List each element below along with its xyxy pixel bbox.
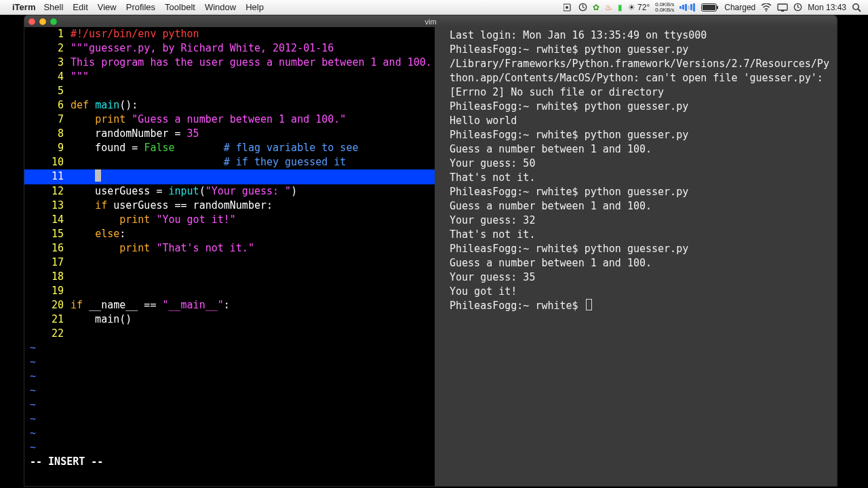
menu-profiles[interactable]: Profiles: [126, 2, 155, 12]
flame-icon[interactable]: ♨: [605, 3, 612, 12]
timemachine-icon[interactable]: [793, 3, 802, 12]
code-content: """guesser.py, by Richard White, 2012-01…: [71, 41, 435, 56]
shell-line: PhileasFogg:~ rwhite$: [450, 299, 834, 313]
shell-line: /Library/Frameworks/Python.framework/Ver…: [450, 57, 834, 100]
code-line[interactable]: 18: [24, 270, 435, 284]
network-speed[interactable]: 0.0KB/s 0.0KB/s: [655, 2, 674, 13]
code-content: def main():: [71, 98, 435, 113]
shell-line: PhileasFogg:~ rwhite$ python guesser.py: [450, 185, 834, 199]
zoom-button[interactable]: [50, 18, 57, 25]
code-line[interactable]: 11: [24, 169, 435, 184]
code-line[interactable]: 14 print "You got it!": [24, 213, 435, 227]
code-line[interactable]: 21 main(): [24, 312, 435, 327]
network-bars-icon[interactable]: [679, 3, 696, 12]
line-number: 12: [24, 184, 71, 199]
code-line[interactable]: 17: [24, 256, 435, 270]
shell-line: Last login: Mon Jan 16 13:35:49 on ttys0…: [450, 28, 834, 43]
window-title: vim: [24, 18, 837, 26]
line-number: 5: [24, 84, 71, 98]
shell-line: Guess a number between 1 and 100.: [450, 142, 834, 157]
code-content: [71, 256, 435, 270]
sync-icon[interactable]: [578, 3, 587, 12]
spotlight-icon[interactable]: [852, 3, 861, 12]
code-line[interactable]: 7 print "Guess a number between 1 and 10…: [24, 113, 435, 127]
svg-rect-4: [703, 5, 715, 10]
vim-editor-pane[interactable]: 1#!/usr/bin/env python2"""guesser.py, by…: [24, 27, 435, 486]
vim-empty-line: ~: [24, 441, 435, 455]
weather-widget[interactable]: ☀ 72°: [628, 3, 650, 12]
code-line[interactable]: 22: [24, 327, 435, 341]
code-content: print "Guess a number between 1 and 100.…: [71, 113, 435, 127]
svg-rect-7: [778, 4, 787, 10]
line-number: 2: [24, 41, 71, 56]
shell-line: Guess a number between 1 and 100.: [450, 256, 834, 270]
wifi-icon[interactable]: [761, 3, 772, 12]
close-button[interactable]: [28, 18, 35, 25]
shell-line: You got it!: [450, 285, 834, 299]
code-line[interactable]: 13 if userGuess == randomNumber:: [24, 199, 435, 213]
menu-toolbelt[interactable]: Toolbelt: [165, 2, 195, 12]
code-line[interactable]: 4""": [24, 70, 435, 84]
shell-line: Guess a number between 1 and 100.: [450, 199, 834, 214]
menu-help[interactable]: Help: [245, 2, 264, 12]
shell-line: PhileasFogg:~ rwhite$ python guesser.py: [450, 43, 834, 57]
line-number: 20: [24, 298, 71, 312]
battery-icon[interactable]: [701, 3, 719, 12]
shell-line: Your guess: 50: [450, 157, 834, 171]
line-number: 6: [24, 98, 71, 113]
code-content: This program has the user guess a number…: [71, 56, 435, 70]
svg-rect-5: [717, 5, 718, 9]
battery-widget-icon[interactable]: ▮: [618, 3, 623, 12]
display-icon[interactable]: [777, 3, 788, 12]
code-content: userGuess = input("Your guess: "): [71, 184, 435, 199]
line-number: 10: [24, 155, 71, 169]
line-number: 22: [24, 327, 71, 341]
code-line[interactable]: 10 # if they guessed it: [24, 155, 435, 169]
menu-window[interactable]: Window: [205, 2, 236, 12]
code-content: [71, 270, 435, 284]
code-line[interactable]: 12 userGuess = input("Your guess: "): [24, 184, 435, 199]
svg-rect-8: [781, 10, 784, 12]
shell-line: That's not it.: [450, 228, 834, 242]
shell-pane[interactable]: Last login: Mon Jan 16 13:35:49 on ttys0…: [447, 27, 837, 486]
menu-view[interactable]: View: [98, 2, 117, 12]
code-content: main(): [71, 312, 435, 327]
code-line[interactable]: 3This program has the user guess a numbe…: [24, 56, 435, 70]
code-line[interactable]: 15 else:: [24, 227, 435, 241]
line-number: 14: [24, 213, 71, 227]
code-line[interactable]: 6def main():: [24, 98, 435, 113]
svg-point-1: [566, 6, 568, 9]
vim-empty-line: ~: [24, 398, 435, 412]
code-line[interactable]: 5: [24, 84, 435, 98]
menu-shell[interactable]: Shell: [43, 2, 63, 12]
code-line[interactable]: 8 randomNumber = 35: [24, 127, 435, 141]
code-line[interactable]: 16 print "That's not it.": [24, 241, 435, 256]
pane-divider[interactable]: [435, 27, 447, 486]
menu-edit[interactable]: Edit: [73, 2, 87, 12]
vim-empty-line: ~: [24, 384, 435, 398]
leaf-icon[interactable]: ✿: [593, 3, 599, 12]
screenrec-icon[interactable]: [564, 3, 573, 12]
vim-status-line: -- INSERT --: [24, 455, 435, 469]
shell-line: Your guess: 35: [450, 270, 834, 285]
line-number: 9: [24, 141, 71, 155]
code-content: else:: [71, 227, 435, 241]
minimize-button[interactable]: [39, 18, 46, 25]
code-content: print "You got it!": [71, 213, 435, 227]
code-line[interactable]: 9 found = False # flag variable to see: [24, 141, 435, 155]
svg-point-10: [853, 3, 859, 9]
code-line[interactable]: 20if __name__ == "__main__":: [24, 298, 435, 312]
code-line[interactable]: 1#!/usr/bin/env python: [24, 27, 435, 41]
vim-empty-line: ~: [24, 412, 435, 426]
window-titlebar[interactable]: vim: [24, 15, 837, 27]
shell-line: PhileasFogg:~ rwhite$ python guesser.py: [450, 242, 834, 256]
svg-point-6: [766, 10, 767, 12]
vim-empty-line: ~: [24, 341, 435, 355]
shell-line: Your guess: 32: [450, 214, 834, 228]
code-line[interactable]: 19: [24, 284, 435, 298]
menubar-clock[interactable]: Mon 13:43: [808, 3, 846, 12]
code-line[interactable]: 2"""guesser.py, by Richard White, 2012-0…: [24, 41, 435, 56]
shell-line: Hello world: [450, 114, 834, 128]
active-app-name[interactable]: iTerm: [12, 2, 35, 12]
line-number: 17: [24, 256, 71, 270]
